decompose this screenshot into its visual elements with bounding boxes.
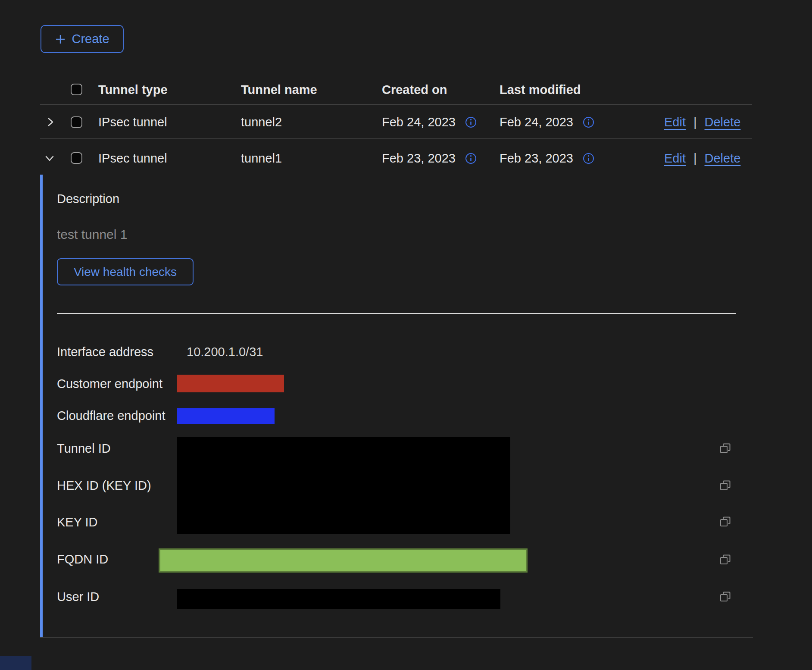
column-header-tunnel-name: Tunnel name <box>241 82 317 97</box>
view-health-checks-label: View health checks <box>74 265 177 279</box>
column-header-created-on: Created on <box>382 82 447 97</box>
interface-address-label: Interface address <box>57 344 153 360</box>
info-icon[interactable] <box>465 116 477 128</box>
key-id-label: KEY ID <box>57 514 98 530</box>
action-separator: | <box>693 114 697 130</box>
create-button-label: Create <box>72 32 109 46</box>
copy-icon <box>719 479 732 492</box>
customer-endpoint-label: Customer endpoint <box>57 376 162 391</box>
last-modified-date: Feb 24, 2023 <box>500 114 573 130</box>
user-id-redacted-value <box>177 589 500 609</box>
ipsec-tunnels-page: Create Tunnel type Tunnel name Created o… <box>0 0 812 670</box>
info-icon[interactable] <box>583 116 594 128</box>
cloudflare-endpoint-label: Cloudflare endpoint <box>57 408 166 423</box>
hex-id-label: HEX ID (KEY ID) <box>57 478 151 493</box>
row-actions: Edit | Delete <box>664 150 740 166</box>
row-divider <box>40 138 752 139</box>
tunnel-id-hex-key-redacted-values <box>177 437 510 534</box>
copy-user-id-button[interactable] <box>719 590 732 603</box>
detail-section-divider <box>57 313 736 314</box>
tunnel-type-cell: IPsec tunnel <box>98 150 167 166</box>
select-all-checkbox[interactable] <box>71 84 82 95</box>
created-on-date: Feb 23, 2023 <box>382 150 456 166</box>
delete-link[interactable]: Delete <box>705 114 741 130</box>
copy-tunnel-id-button[interactable] <box>719 442 732 455</box>
interface-address-value: 10.200.1.0/31 <box>187 344 263 360</box>
expanded-row-indicator <box>40 175 43 637</box>
delete-link[interactable]: Delete <box>705 150 741 166</box>
chevron-right-icon[interactable] <box>44 116 56 128</box>
copy-icon <box>719 590 732 603</box>
create-button[interactable]: Create <box>41 25 124 53</box>
user-id-label: User ID <box>57 589 99 604</box>
last-modified-cell: Feb 23, 2023 <box>500 150 594 166</box>
last-modified-date: Feb 23, 2023 <box>500 150 573 166</box>
tunnel-id-label: Tunnel ID <box>57 441 111 456</box>
copy-icon <box>719 553 732 566</box>
column-header-last-modified: Last modified <box>500 82 581 97</box>
fqdn-id-redacted-value <box>159 548 528 573</box>
edit-link[interactable]: Edit <box>664 150 686 166</box>
copy-icon <box>719 442 732 455</box>
customer-endpoint-redacted-value <box>177 375 284 392</box>
description-value: test tunnel 1 <box>57 227 127 242</box>
description-label: Description <box>57 191 119 207</box>
edit-link[interactable]: Edit <box>664 114 686 130</box>
info-icon[interactable] <box>583 153 594 164</box>
copy-hex-id-button[interactable] <box>719 479 732 492</box>
created-on-cell: Feb 23, 2023 <box>382 150 477 166</box>
last-modified-cell: Feb 24, 2023 <box>500 114 594 130</box>
created-on-date: Feb 24, 2023 <box>382 114 456 130</box>
row-checkbox[interactable] <box>71 116 82 128</box>
action-separator: | <box>693 150 697 166</box>
row-actions: Edit | Delete <box>664 114 740 130</box>
copy-key-id-button[interactable] <box>719 515 732 528</box>
view-health-checks-button[interactable]: View health checks <box>57 258 194 285</box>
copy-icon <box>719 515 732 528</box>
fqdn-id-label: FQDN ID <box>57 551 108 567</box>
row-checkbox[interactable] <box>71 152 82 164</box>
tunnel-type-cell: IPsec tunnel <box>98 114 167 130</box>
info-icon[interactable] <box>465 153 477 164</box>
header-divider <box>40 104 752 105</box>
tunnel-name-cell: tunnel1 <box>241 150 282 166</box>
cloudflare-endpoint-redacted-value <box>177 408 275 424</box>
column-header-tunnel-type: Tunnel type <box>98 82 168 97</box>
expanded-row-bottom-divider <box>40 637 753 638</box>
copy-fqdn-id-button[interactable] <box>719 553 732 566</box>
tunnel-name-cell: tunnel2 <box>241 114 282 130</box>
plus-icon <box>55 34 66 45</box>
chevron-down-icon[interactable] <box>44 152 56 164</box>
created-on-cell: Feb 24, 2023 <box>382 114 477 130</box>
bottom-left-corner-block <box>0 656 31 670</box>
